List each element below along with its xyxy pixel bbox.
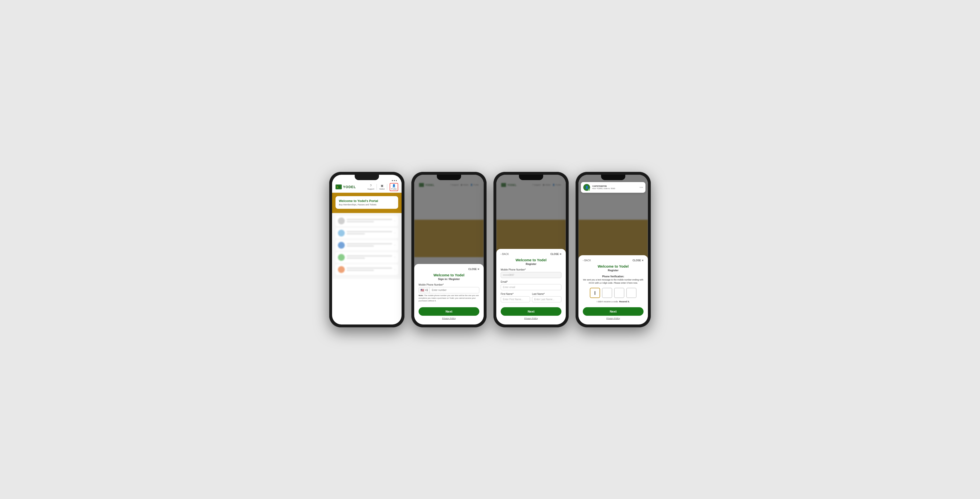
modal-title-4: Welcome to Yodel xyxy=(583,264,644,268)
notch-1 xyxy=(355,175,379,180)
email-input-3[interactable] xyxy=(501,284,562,290)
nav-support[interactable]: ? Support xyxy=(368,184,374,190)
support-icon: ? xyxy=(370,184,372,187)
sms-notification-bar[interactable]: 👤 +19707030735 Your YODEL code is: 5030 … xyxy=(581,182,646,193)
verify-title: Phone Verification: xyxy=(583,275,644,278)
country-select[interactable]: 🇺🇸 +1 xyxy=(419,287,430,293)
verify-description: Phone Verification: We sent you a text m… xyxy=(583,275,644,285)
modal-subtitle-4: Register xyxy=(583,269,644,272)
flag-icon: 🇺🇸 xyxy=(420,289,424,292)
list-item: ··· xyxy=(336,264,398,275)
privacy-link-4[interactable]: Privacy Policy xyxy=(583,317,644,320)
next-button-3[interactable]: Next xyxy=(501,307,562,316)
register-modal-overlay: ‹ BACK CLOSE ✕ Welcome to Yodel Register… xyxy=(496,175,566,325)
phone-form-group-3: Mobile Phone Number* xyxy=(501,268,562,278)
logo-text: YODEL xyxy=(343,185,356,189)
signal-dot xyxy=(394,180,395,181)
signin-modal: CLOSE ✕ Welcome to Yodel Sign in / Regis… xyxy=(414,264,484,325)
code-box-3[interactable] xyxy=(614,288,624,298)
close-button-4[interactable]: CLOSE ✕ xyxy=(633,259,644,262)
code-inputs-row: | xyxy=(583,288,644,298)
privacy-link-2[interactable]: Privacy Policy xyxy=(418,317,479,320)
app-header-1: $ YODEL ? Support ▣ Wallet xyxy=(332,182,402,193)
profile-icon: 👤 xyxy=(392,184,396,187)
email-label-3: Email* xyxy=(501,281,562,283)
phone-3: YODEL ? Support ▣ Wallet 👤 Profile xyxy=(493,172,569,327)
name-form-row: First Name* Last Name* xyxy=(501,293,562,305)
verify-modal: ‹ BACK CLOSE ✕ Welcome to Yodel Register… xyxy=(578,255,648,325)
phone-4-screen: 👤 +19707030735 Your YODEL code is: 5030 … xyxy=(578,175,648,325)
code-box-2[interactable] xyxy=(602,288,612,298)
sms-time: now xyxy=(640,186,643,188)
phone-input-row[interactable]: 🇺🇸 +1 xyxy=(418,287,479,293)
firstname-label: First Name* xyxy=(501,293,530,295)
firstname-input[interactable] xyxy=(501,296,530,302)
firstname-form-group: First Name* xyxy=(501,293,530,302)
modal-title-3: Welcome to Yodel xyxy=(501,258,562,262)
hero-banner: Welcome to Yodel's Portal Buy Membership… xyxy=(332,193,402,213)
hero-subtitle: Buy Memberships, Passes and Tickets xyxy=(339,203,395,206)
sms-content: +19707030735 Your YODEL code is: 5030 xyxy=(592,185,638,190)
code-box-4[interactable] xyxy=(626,288,636,298)
phones-container: $ YODEL ? Support ▣ Wallet xyxy=(329,172,651,327)
phone-3-screen: YODEL ? Support ▣ Wallet 👤 Profile xyxy=(496,175,566,325)
signal-dot xyxy=(392,180,393,181)
list-item: ··· xyxy=(336,215,398,226)
back-button-3[interactable]: ‹ BACK xyxy=(501,253,509,255)
logo: $ YODEL xyxy=(336,185,356,189)
hero-card: Welcome to Yodel's Portal Buy Membership… xyxy=(336,196,398,209)
verify-modal-overlay: ‹ BACK CLOSE ✕ Welcome to Yodel Register… xyxy=(578,175,648,325)
nav-divider xyxy=(387,184,387,190)
close-button-3[interactable]: CLOSE ✕ xyxy=(550,253,562,255)
svg-text:$: $ xyxy=(337,186,338,188)
lastname-input[interactable] xyxy=(532,296,562,302)
list-item: ··· xyxy=(336,252,398,263)
modal-subtitle-2: Sign in / Register xyxy=(418,277,479,281)
sms-sender: +19707030735 xyxy=(592,185,638,187)
close-button-2[interactable]: CLOSE ✕ xyxy=(468,268,479,271)
content-list: ··· ··· ··· xyxy=(332,213,402,279)
resend-text: I didn't receive a code. Resend it. xyxy=(583,300,644,303)
sms-avatar: 👤 xyxy=(583,184,590,191)
phone-4: 👤 +19707030735 Your YODEL code is: 5030 … xyxy=(576,172,651,327)
modal-header-3: ‹ BACK CLOSE ✕ xyxy=(501,253,562,255)
phone-1: $ YODEL ? Support ▣ Wallet xyxy=(329,172,404,327)
email-form-group: Email* xyxy=(501,281,562,290)
signin-modal-overlay: CLOSE ✕ Welcome to Yodel Sign in / Regis… xyxy=(414,175,484,325)
modal-header-2: CLOSE ✕ xyxy=(418,268,479,271)
nav-profile[interactable]: 👤 Profile xyxy=(390,183,398,191)
code-box-1[interactable]: | xyxy=(590,288,600,298)
nav-items-1: ? Support ▣ Wallet 👤 Profile xyxy=(368,183,398,191)
sms-message: Your YODEL code is: 5030 xyxy=(592,187,638,190)
signal-dot xyxy=(396,180,397,181)
list-item: ··· xyxy=(336,228,398,238)
phone-label-3: Mobile Phone Number* xyxy=(501,268,562,271)
lastname-label: Last Name* xyxy=(532,293,562,295)
wallet-icon: ▣ xyxy=(381,184,383,187)
list-item: ··· xyxy=(336,240,398,250)
phone-number-input-2[interactable] xyxy=(430,287,479,293)
modal-title-2: Welcome to Yodel xyxy=(418,273,479,277)
phone-label-2: Mobile Phone Number* xyxy=(418,284,479,286)
resend-link[interactable]: Resend it. xyxy=(619,300,630,303)
next-button-2[interactable]: Next xyxy=(418,307,479,316)
privacy-link-3[interactable]: Privacy Policy xyxy=(501,317,562,320)
nav-wallet[interactable]: ▣ Wallet xyxy=(379,184,385,190)
hero-title: Welcome to Yodel's Portal xyxy=(339,199,395,203)
phone-2: YODEL ? Support ▣ Wallet 👤 Profile xyxy=(411,172,487,327)
lastname-form-group: Last Name* xyxy=(532,293,562,302)
logo-icon: $ xyxy=(336,185,342,189)
phone-2-screen: YODEL ? Support ▣ Wallet 👤 Profile xyxy=(414,175,484,325)
online-dot xyxy=(588,189,590,191)
phone-note: Note: The mobile phone number you use he… xyxy=(418,294,479,302)
modal-header-4: ‹ BACK CLOSE ✕ xyxy=(583,259,644,262)
back-button-4[interactable]: ‹ BACK xyxy=(583,259,591,262)
phone-form-group: Mobile Phone Number* 🇺🇸 +1 Note: The mob… xyxy=(418,284,479,302)
phone-1-screen: $ YODEL ? Support ▣ Wallet xyxy=(332,175,402,325)
phone-value-input-3[interactable] xyxy=(501,272,562,278)
modal-subtitle-3: Register xyxy=(501,263,562,265)
register-modal: ‹ BACK CLOSE ✕ Welcome to Yodel Register… xyxy=(496,249,566,325)
next-button-4[interactable]: Next xyxy=(583,307,644,316)
